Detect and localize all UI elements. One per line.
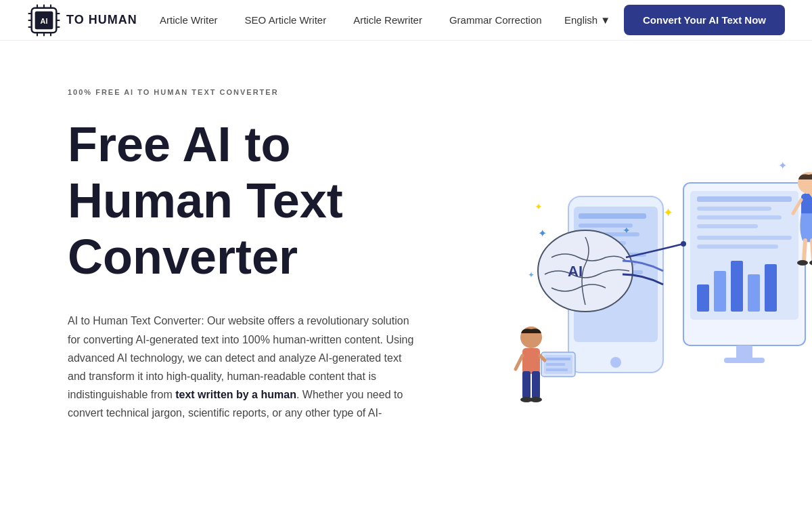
hero-svg: AI ✦ ✦ ✦	[487, 129, 812, 433]
svg-point-66	[681, 241, 686, 247]
svg-rect-39	[697, 215, 782, 219]
svg-rect-61	[546, 358, 570, 360]
svg-rect-42	[697, 245, 778, 249]
svg-text:✦: ✦	[663, 206, 673, 219]
language-selector[interactable]: English ▼	[564, 14, 610, 26]
svg-rect-40	[697, 224, 758, 228]
svg-rect-33	[714, 271, 726, 312]
svg-line-65	[516, 356, 522, 369]
svg-rect-54	[522, 348, 540, 374]
svg-text:AI: AI	[568, 263, 583, 280]
convert-cta-button[interactable]: Convert Your AI Text Now	[624, 5, 785, 35]
logo[interactable]: AI TO HUMAN	[27, 3, 137, 37]
main-nav: Article Writer SEO Article Writer Articl…	[160, 14, 542, 26]
svg-rect-63	[546, 368, 568, 371]
svg-point-25	[538, 230, 633, 312]
svg-rect-44	[724, 358, 765, 363]
svg-point-50	[809, 260, 812, 266]
header-right: English ▼ Convert Your AI Text Now	[564, 5, 785, 35]
logo-icon: AI	[27, 3, 61, 37]
svg-text:✦: ✦	[623, 225, 631, 236]
svg-text:✦: ✦	[528, 270, 535, 280]
svg-rect-43	[736, 345, 752, 359]
nav-article-rewriter[interactable]: Article Rewriter	[353, 14, 422, 26]
header-left: AI TO HUMAN	[27, 3, 137, 37]
svg-rect-17	[579, 213, 646, 219]
svg-rect-38	[697, 207, 771, 211]
nav-grammar-correction[interactable]: Grammar Correction	[449, 14, 542, 26]
hero-title: Free AI to Human Text Converter	[68, 117, 460, 284]
svg-rect-37	[697, 196, 792, 202]
chevron-down-icon: ▼	[600, 14, 610, 26]
svg-rect-35	[748, 274, 760, 312]
bold-highlight: text written by a human	[175, 389, 296, 400]
hero-badge: 100% FREE AI TO HUMAN TEXT CONVERTER	[68, 88, 460, 96]
svg-rect-32	[697, 284, 709, 312]
hero-illustration: AI ✦ ✦ ✦	[487, 81, 812, 481]
svg-rect-56	[532, 371, 540, 398]
logo-text: TO HUMAN	[66, 13, 137, 27]
svg-point-49	[797, 260, 808, 266]
svg-text:AI: AI	[41, 17, 48, 25]
header: AI TO HUMAN Article Writer	[0, 0, 812, 41]
svg-line-47	[804, 240, 805, 261]
svg-rect-34	[731, 261, 743, 312]
main-content: 100% FREE AI TO HUMAN TEXT CONVERTER Fre…	[0, 41, 812, 508]
hero-description: AI to Human Text Converter: Our website …	[68, 312, 420, 422]
svg-text:✦: ✦	[535, 201, 543, 212]
language-label: English	[564, 14, 597, 26]
nav-article-writer[interactable]: Article Writer	[160, 14, 218, 26]
svg-point-58	[530, 397, 542, 402]
svg-rect-36	[765, 264, 777, 312]
nav-seo-writer[interactable]: SEO Article Writer	[245, 14, 327, 26]
svg-text:✦: ✦	[778, 160, 787, 171]
svg-rect-41	[697, 236, 792, 240]
svg-rect-55	[522, 371, 531, 398]
svg-point-24	[610, 357, 621, 368]
svg-text:✦: ✦	[538, 228, 547, 239]
hero-left: 100% FREE AI TO HUMAN TEXT CONVERTER Fre…	[68, 81, 460, 481]
svg-rect-62	[546, 363, 565, 366]
